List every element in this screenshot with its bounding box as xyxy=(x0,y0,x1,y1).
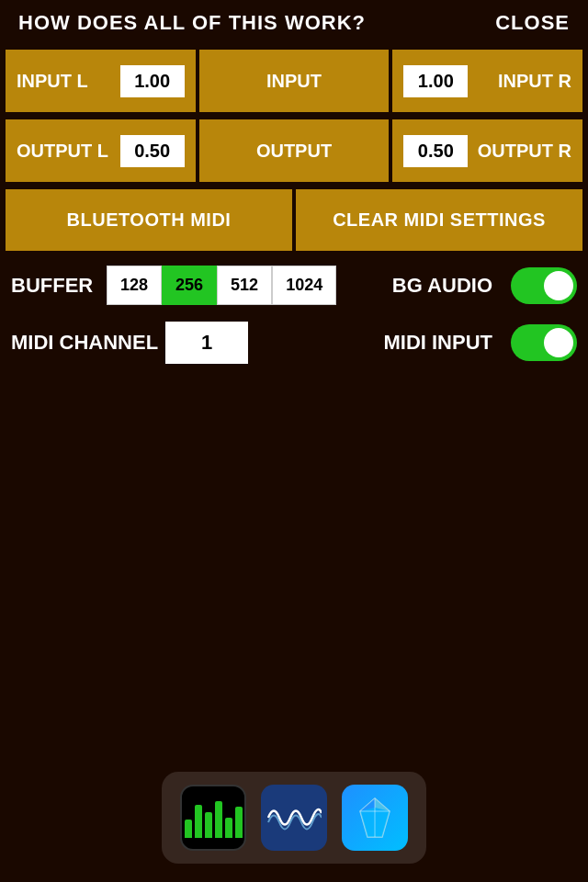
midi-input-label: MIDI INPUT xyxy=(383,331,492,355)
output-l-cell: OUTPUT L 0.50 xyxy=(6,119,196,182)
buffer-128-button[interactable]: 128 xyxy=(107,266,162,305)
action-buttons: BLUETOOTH MIDI CLEAR MIDI SETTINGS xyxy=(0,186,588,254)
crystal-app-icon[interactable] xyxy=(342,785,408,851)
input-r-value[interactable]: 1.00 xyxy=(403,65,468,97)
close-button[interactable]: CLOSE xyxy=(495,11,570,35)
crystal-svg xyxy=(356,795,393,841)
eq-bars xyxy=(185,797,243,838)
buffer-512-button[interactable]: 512 xyxy=(217,266,272,305)
output-r-label: OUTPUT R xyxy=(478,141,571,162)
input-r-cell: 1.00 INPUT R xyxy=(392,50,582,112)
buffer-buttons: 128 256 512 1024 xyxy=(107,266,336,305)
buffer-row: BUFFER 128 256 512 1024 BG AUDIO xyxy=(11,266,577,305)
wave-svg xyxy=(266,795,322,841)
input-l-value[interactable]: 1.00 xyxy=(120,65,185,97)
output-row: OUTPUT L 0.50 OUTPUT 0.50 OUTPUT R xyxy=(0,116,588,186)
output-r-cell: 0.50 OUTPUT R xyxy=(392,119,582,182)
input-center-cell: INPUT xyxy=(199,50,390,112)
midi-channel-label: MIDI CHANNEL xyxy=(11,331,158,355)
input-l-label: INPUT L xyxy=(17,71,88,92)
eq-bar-2 xyxy=(195,805,202,838)
buffer-256-button[interactable]: 256 xyxy=(162,266,217,305)
bg-audio-toggle[interactable] xyxy=(511,267,577,304)
output-r-value[interactable]: 0.50 xyxy=(403,135,468,167)
clear-midi-button[interactable]: CLEAR MIDI SETTINGS xyxy=(296,189,582,251)
wave-app-icon[interactable] xyxy=(261,785,327,851)
buffer-1024-button[interactable]: 1024 xyxy=(272,266,336,305)
input-center-label: INPUT xyxy=(266,71,322,92)
eq-bar-1 xyxy=(185,820,192,838)
eq-bar-6 xyxy=(235,807,243,838)
input-r-label: INPUT R xyxy=(498,71,571,92)
midi-input-toggle[interactable] xyxy=(511,324,577,361)
bluetooth-midi-button[interactable]: BLUETOOTH MIDI xyxy=(6,189,292,251)
output-l-value[interactable]: 0.50 xyxy=(120,135,185,167)
eq-app-icon[interactable] xyxy=(180,785,246,851)
input-l-cell: INPUT L 1.00 xyxy=(6,50,196,112)
output-l-label: OUTPUT L xyxy=(17,141,108,162)
input-row: INPUT L 1.00 INPUT 1.00 INPUT R xyxy=(0,46,588,116)
buffer-label: BUFFER xyxy=(11,274,94,298)
dock xyxy=(162,772,426,864)
page-title: HOW DOES ALL OF THIS WORK? xyxy=(18,11,366,35)
eq-bar-4 xyxy=(215,801,222,838)
settings-section: BUFFER 128 256 512 1024 BG AUDIO MIDI CH… xyxy=(0,254,588,375)
eq-bar-3 xyxy=(205,812,212,838)
output-center-label: OUTPUT xyxy=(256,141,332,162)
output-center-cell: OUTPUT xyxy=(199,119,390,182)
midi-channel-row: MIDI CHANNEL 1 MIDI INPUT xyxy=(11,322,577,364)
bg-audio-label: BG AUDIO xyxy=(392,274,492,298)
header: HOW DOES ALL OF THIS WORK? CLOSE xyxy=(0,0,588,46)
eq-bar-5 xyxy=(225,818,232,838)
midi-channel-value[interactable]: 1 xyxy=(165,322,248,364)
